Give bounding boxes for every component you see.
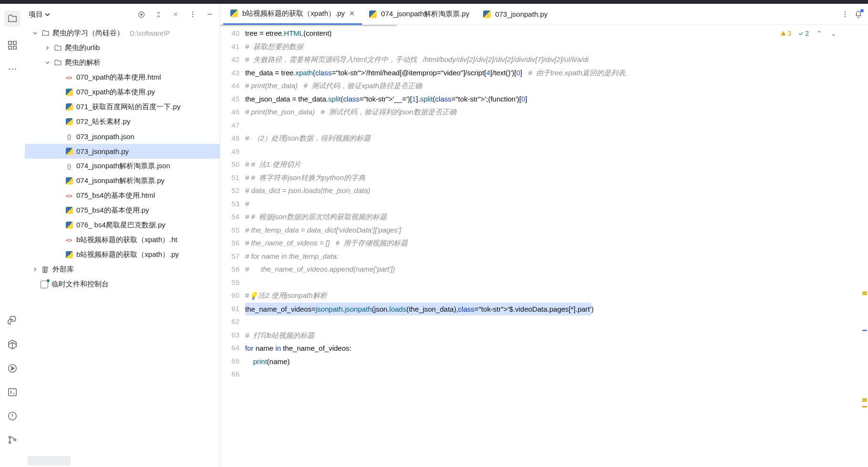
panel-options-icon[interactable] (186, 8, 199, 20)
notifications-icon[interactable] (852, 8, 865, 21)
tree-file[interactable]: 071_获取百度网站的百度一下.py (25, 100, 220, 114)
file-label: 075_bs4的基本使用.html (76, 191, 155, 200)
python-file-icon (65, 103, 73, 112)
folder-label: 爬虫的解析 (65, 58, 101, 67)
tree-file[interactable]: 075_bs4的基本使用.py (25, 203, 220, 218)
html-file-icon: <> (65, 236, 73, 244)
tab-options-icon[interactable] (838, 8, 852, 21)
close-icon[interactable] (349, 10, 355, 17)
scratches-label: 临时文件和控制台 (52, 280, 109, 289)
notification-dot (860, 9, 864, 12)
vcs-icon[interactable] (7, 435, 18, 445)
tree-file[interactable]: 073_jsonpath.py (25, 144, 220, 159)
more-tool-icon[interactable] (7, 64, 18, 74)
folder-icon (41, 29, 50, 38)
select-opened-file-icon[interactable] (135, 8, 147, 20)
chevron-icon[interactable] (44, 45, 51, 51)
file-label: 073_jsonpath.py (76, 147, 129, 155)
problems-icon[interactable] (7, 411, 18, 421)
next-highlight-icon[interactable]: ⌄ (830, 30, 837, 37)
editor-tab[interactable]: 074_jsonpath解析淘票票.py (362, 4, 476, 25)
sidebar-title: 项目 (29, 10, 43, 19)
editor-tab[interactable]: b站视频标题的获取（xpath）.py (223, 4, 362, 25)
tree-file[interactable]: 076_ bs4爬取星巴克数据.py (25, 218, 220, 233)
tree-root[interactable]: 爬虫的学习（尚硅谷） D:\software\P (25, 26, 220, 41)
expand-all-icon[interactable] (152, 8, 165, 20)
svg-point-5 (12, 69, 13, 70)
tree-file[interactable]: <> 070_xpath的基本使用.html (25, 70, 220, 85)
scratch-icon (40, 280, 49, 289)
close-panel-icon[interactable] (169, 8, 182, 20)
file-label: b站视频标题的获取（xpath）.ht (76, 235, 177, 244)
structure-tool-icon[interactable] (7, 40, 18, 51)
html-file-icon: <> (65, 192, 73, 200)
error-stripe[interactable] (860, 53, 867, 467)
status-chip[interactable] (28, 456, 71, 466)
svg-rect-18 (43, 267, 44, 273)
weak-warnings-indicator[interactable]: 2 (798, 30, 809, 37)
tree-root-path: D:\software\P (130, 30, 170, 37)
run-icon[interactable] (7, 363, 18, 374)
file-label: 070_xpath的基本使用.py (76, 88, 155, 97)
svg-rect-8 (9, 389, 17, 396)
tree-root-label: 爬虫的学习（尚硅谷） (52, 29, 124, 38)
svg-point-16 (192, 14, 193, 15)
tree-file[interactable]: <> 075_bs4的基本使用.html (25, 188, 220, 203)
tree-file[interactable]: b站视频标题的获取（xpath）.py (25, 247, 220, 262)
python-file-icon (65, 88, 73, 97)
tree-file[interactable]: <> b站视频标题的获取（xpath）.ht (25, 233, 220, 247)
tree-folder[interactable]: 爬虫的解析 (25, 55, 220, 70)
python-file-icon (230, 9, 238, 18)
library-icon (41, 265, 50, 274)
chevron-icon[interactable] (44, 60, 51, 66)
inspection-widget[interactable]: 3 2 ⌃ ⌄ (780, 30, 837, 37)
tree-scratches[interactable]: 临时文件和控制台 (25, 277, 220, 292)
json-file-icon: {} (65, 132, 73, 141)
tree-folder[interactable]: 爬虫的urlib (25, 41, 220, 55)
tree-file[interactable]: 072_站长素材.py (25, 114, 220, 129)
editor-tabs: b站视频标题的获取（xpath）.py 074_jsonpath解析淘票票.py… (220, 4, 868, 25)
svg-rect-0 (9, 41, 11, 44)
svg-point-15 (192, 11, 193, 12)
left-tool-rail (0, 4, 25, 467)
code-editor[interactable]: 4041424344454647484950515253545556575859… (220, 25, 868, 467)
chevron-down-icon[interactable] (31, 30, 38, 37)
services-icon[interactable] (7, 339, 18, 350)
tree-file[interactable]: {} 074_jsonpath解析淘票票.json (25, 159, 220, 173)
file-label: 070_xpath的基本使用.html (76, 73, 161, 82)
python-file-icon (65, 206, 73, 215)
python-file-icon (65, 177, 73, 185)
svg-point-10 (9, 437, 11, 438)
warnings-indicator[interactable]: 3 (780, 30, 791, 37)
project-tree[interactable]: 爬虫的学习（尚硅谷） D:\software\P 爬虫的urlib 爬虫的解析 … (25, 25, 220, 467)
json-file-icon: {} (65, 162, 73, 171)
folder-icon (53, 59, 62, 67)
python-file-icon (65, 147, 73, 156)
python-file-icon (65, 221, 73, 230)
tree-file[interactable]: 074_jsonpath解析淘票票.py (25, 173, 220, 188)
python-file-icon (369, 10, 377, 19)
editor-area: b站视频标题的获取（xpath）.py 074_jsonpath解析淘票票.py… (220, 4, 868, 467)
external-libs-label: 外部库 (52, 265, 74, 274)
terminal-icon[interactable] (7, 387, 18, 397)
minimize-panel-icon[interactable] (204, 8, 216, 20)
svg-point-4 (9, 69, 10, 70)
project-tool-icon[interactable] (4, 10, 21, 27)
code-content[interactable]: tree = etree.HTML(content) # 获取想要的数据 # 失… (245, 25, 868, 467)
file-label: 073_jsonpath.json (76, 132, 134, 141)
editor-tab[interactable]: 073_jsonpath.py (476, 4, 554, 25)
prev-highlight-icon[interactable]: ⌃ (816, 30, 823, 37)
tab-label: 073_jsonpath.py (495, 10, 548, 18)
tab-scroll-indicator (220, 25, 397, 26)
tab-label: 074_jsonpath解析淘票票.py (381, 10, 469, 19)
python-file-icon (65, 251, 73, 259)
svg-point-14 (140, 13, 142, 15)
tree-file[interactable]: {} 073_jsonpath.json (25, 129, 220, 144)
chevron-right-icon[interactable] (31, 266, 38, 273)
chevron-down-icon[interactable] (45, 12, 50, 17)
python-console-icon[interactable] (7, 315, 18, 326)
html-file-icon: <> (65, 73, 73, 82)
tree-external-libs[interactable]: 外部库 (25, 262, 220, 277)
svg-point-17 (192, 16, 193, 17)
tree-file[interactable]: 070_xpath的基本使用.py (25, 85, 220, 100)
